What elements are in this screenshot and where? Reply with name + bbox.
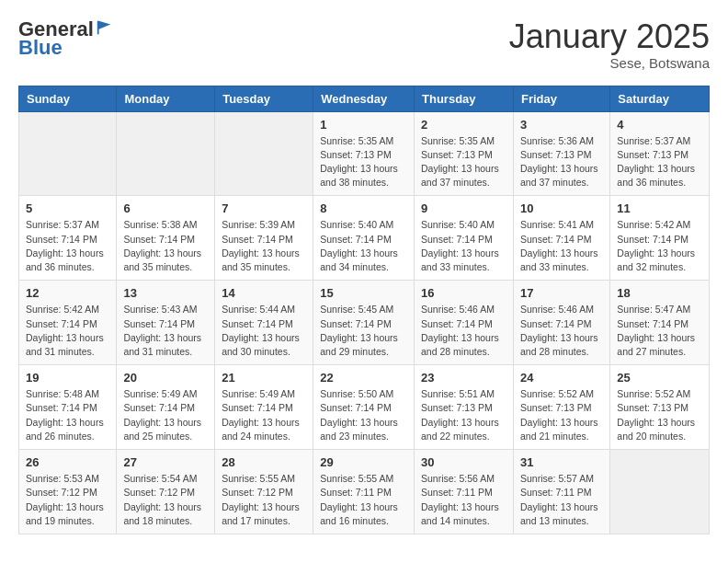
day-number: 16 <box>421 286 506 300</box>
day-info: Sunrise: 5:53 AMSunset: 7:12 PMDaylight:… <box>26 472 109 528</box>
weekday-header-monday: Monday <box>117 86 215 111</box>
page-header: General Blue January 2025 Sese, Botswana <box>18 18 710 71</box>
day-info: Sunrise: 5:55 AMSunset: 7:12 PMDaylight:… <box>222 472 306 528</box>
calendar-cell: 7Sunrise: 5:39 AMSunset: 7:14 PMDaylight… <box>215 196 313 281</box>
calendar-cell: 28Sunrise: 5:55 AMSunset: 7:12 PMDayligh… <box>215 450 313 534</box>
calendar-cell: 13Sunrise: 5:43 AMSunset: 7:14 PMDayligh… <box>117 281 215 365</box>
day-number: 12 <box>26 286 109 300</box>
day-number: 13 <box>123 286 208 300</box>
day-info: Sunrise: 5:37 AMSunset: 7:14 PMDaylight:… <box>26 218 109 274</box>
day-info: Sunrise: 5:46 AMSunset: 7:14 PMDaylight:… <box>520 303 603 359</box>
day-info: Sunrise: 5:40 AMSunset: 7:14 PMDaylight:… <box>320 218 407 274</box>
day-info: Sunrise: 5:49 AMSunset: 7:14 PMDaylight:… <box>222 387 306 443</box>
day-info: Sunrise: 5:41 AMSunset: 7:14 PMDaylight:… <box>520 218 603 274</box>
day-number: 14 <box>222 286 306 300</box>
day-number: 15 <box>320 286 407 300</box>
day-number: 26 <box>26 455 109 469</box>
svg-marker-0 <box>97 21 110 34</box>
calendar-cell <box>215 111 313 196</box>
calendar-cell: 2Sunrise: 5:35 AMSunset: 7:13 PMDaylight… <box>415 111 514 196</box>
logo-flag-icon <box>96 19 112 36</box>
calendar-cell: 4Sunrise: 5:37 AMSunset: 7:13 PMDaylight… <box>610 111 710 196</box>
day-info: Sunrise: 5:57 AMSunset: 7:11 PMDaylight:… <box>520 472 603 528</box>
day-number: 2 <box>421 118 506 132</box>
day-number: 24 <box>520 371 603 385</box>
weekday-header-wednesday: Wednesday <box>313 86 415 111</box>
day-number: 10 <box>520 201 603 215</box>
day-info: Sunrise: 5:42 AMSunset: 7:14 PMDaylight:… <box>26 303 109 359</box>
calendar-cell: 30Sunrise: 5:56 AMSunset: 7:11 PMDayligh… <box>415 450 514 534</box>
calendar-cell: 31Sunrise: 5:57 AMSunset: 7:11 PMDayligh… <box>513 450 609 534</box>
calendar-cell: 15Sunrise: 5:45 AMSunset: 7:14 PMDayligh… <box>313 281 415 365</box>
day-info: Sunrise: 5:43 AMSunset: 7:14 PMDaylight:… <box>123 303 208 359</box>
day-number: 22 <box>320 371 407 385</box>
weekday-header-thursday: Thursday <box>415 86 514 111</box>
calendar-cell: 12Sunrise: 5:42 AMSunset: 7:14 PMDayligh… <box>19 281 117 365</box>
logo-blue-text: Blue <box>18 36 63 59</box>
calendar-week-row: 1Sunrise: 5:35 AMSunset: 7:13 PMDaylight… <box>19 111 710 196</box>
calendar-cell: 19Sunrise: 5:48 AMSunset: 7:14 PMDayligh… <box>19 365 117 450</box>
calendar-cell: 29Sunrise: 5:55 AMSunset: 7:11 PMDayligh… <box>313 450 415 534</box>
day-number: 11 <box>617 201 702 215</box>
calendar-cell: 23Sunrise: 5:51 AMSunset: 7:13 PMDayligh… <box>415 365 514 450</box>
day-number: 31 <box>520 455 603 469</box>
day-info: Sunrise: 5:47 AMSunset: 7:14 PMDaylight:… <box>617 303 702 359</box>
calendar-cell: 26Sunrise: 5:53 AMSunset: 7:12 PMDayligh… <box>19 450 117 534</box>
day-info: Sunrise: 5:52 AMSunset: 7:13 PMDaylight:… <box>617 387 702 443</box>
weekday-header-tuesday: Tuesday <box>215 86 313 111</box>
day-info: Sunrise: 5:44 AMSunset: 7:14 PMDaylight:… <box>222 303 306 359</box>
calendar-cell: 16Sunrise: 5:46 AMSunset: 7:14 PMDayligh… <box>415 281 514 365</box>
day-info: Sunrise: 5:36 AMSunset: 7:13 PMDaylight:… <box>520 134 603 190</box>
calendar-cell: 3Sunrise: 5:36 AMSunset: 7:13 PMDaylight… <box>513 111 609 196</box>
day-info: Sunrise: 5:51 AMSunset: 7:13 PMDaylight:… <box>421 387 506 443</box>
calendar-cell: 5Sunrise: 5:37 AMSunset: 7:14 PMDaylight… <box>19 196 117 281</box>
day-info: Sunrise: 5:38 AMSunset: 7:14 PMDaylight:… <box>123 218 208 274</box>
calendar-cell <box>117 111 215 196</box>
calendar-cell: 27Sunrise: 5:54 AMSunset: 7:12 PMDayligh… <box>117 450 215 534</box>
calendar-week-row: 12Sunrise: 5:42 AMSunset: 7:14 PMDayligh… <box>19 281 710 365</box>
calendar-cell: 22Sunrise: 5:50 AMSunset: 7:14 PMDayligh… <box>313 365 415 450</box>
day-info: Sunrise: 5:48 AMSunset: 7:14 PMDaylight:… <box>26 387 109 443</box>
day-info: Sunrise: 5:35 AMSunset: 7:13 PMDaylight:… <box>320 134 407 190</box>
calendar-cell: 10Sunrise: 5:41 AMSunset: 7:14 PMDayligh… <box>513 196 609 281</box>
calendar-title: January 2025 <box>509 18 710 55</box>
day-number: 29 <box>320 455 407 469</box>
weekday-header-friday: Friday <box>513 86 609 111</box>
calendar-cell: 1Sunrise: 5:35 AMSunset: 7:13 PMDaylight… <box>313 111 415 196</box>
day-number: 20 <box>123 371 208 385</box>
day-info: Sunrise: 5:49 AMSunset: 7:14 PMDaylight:… <box>123 387 208 443</box>
calendar-cell: 17Sunrise: 5:46 AMSunset: 7:14 PMDayligh… <box>513 281 609 365</box>
calendar-week-row: 5Sunrise: 5:37 AMSunset: 7:14 PMDaylight… <box>19 196 710 281</box>
day-info: Sunrise: 5:52 AMSunset: 7:13 PMDaylight:… <box>520 387 603 443</box>
day-number: 27 <box>123 455 208 469</box>
calendar-cell: 14Sunrise: 5:44 AMSunset: 7:14 PMDayligh… <box>215 281 313 365</box>
weekday-header-sunday: Sunday <box>19 86 117 111</box>
day-number: 9 <box>421 201 506 215</box>
weekday-header-row: SundayMondayTuesdayWednesdayThursdayFrid… <box>19 86 710 111</box>
calendar-week-row: 19Sunrise: 5:48 AMSunset: 7:14 PMDayligh… <box>19 365 710 450</box>
day-number: 5 <box>26 201 109 215</box>
calendar-cell: 20Sunrise: 5:49 AMSunset: 7:14 PMDayligh… <box>117 365 215 450</box>
day-info: Sunrise: 5:37 AMSunset: 7:13 PMDaylight:… <box>617 134 702 190</box>
day-number: 4 <box>617 118 702 132</box>
day-number: 3 <box>520 118 603 132</box>
weekday-header-saturday: Saturday <box>610 86 710 111</box>
calendar-cell <box>610 450 710 534</box>
calendar-cell: 21Sunrise: 5:49 AMSunset: 7:14 PMDayligh… <box>215 365 313 450</box>
title-block: January 2025 Sese, Botswana <box>509 18 710 71</box>
calendar-week-row: 26Sunrise: 5:53 AMSunset: 7:12 PMDayligh… <box>19 450 710 534</box>
day-info: Sunrise: 5:42 AMSunset: 7:14 PMDaylight:… <box>617 218 702 274</box>
calendar-table: SundayMondayTuesdayWednesdayThursdayFrid… <box>18 86 710 534</box>
day-info: Sunrise: 5:39 AMSunset: 7:14 PMDaylight:… <box>222 218 306 274</box>
day-number: 7 <box>222 201 306 215</box>
day-info: Sunrise: 5:40 AMSunset: 7:14 PMDaylight:… <box>421 218 506 274</box>
day-number: 21 <box>222 371 306 385</box>
day-number: 23 <box>421 371 506 385</box>
day-info: Sunrise: 5:55 AMSunset: 7:11 PMDaylight:… <box>320 472 407 528</box>
day-number: 28 <box>222 455 306 469</box>
calendar-cell: 11Sunrise: 5:42 AMSunset: 7:14 PMDayligh… <box>610 196 710 281</box>
calendar-cell: 24Sunrise: 5:52 AMSunset: 7:13 PMDayligh… <box>513 365 609 450</box>
logo: General Blue <box>18 18 112 59</box>
calendar-cell: 8Sunrise: 5:40 AMSunset: 7:14 PMDaylight… <box>313 196 415 281</box>
calendar-cell: 25Sunrise: 5:52 AMSunset: 7:13 PMDayligh… <box>610 365 710 450</box>
